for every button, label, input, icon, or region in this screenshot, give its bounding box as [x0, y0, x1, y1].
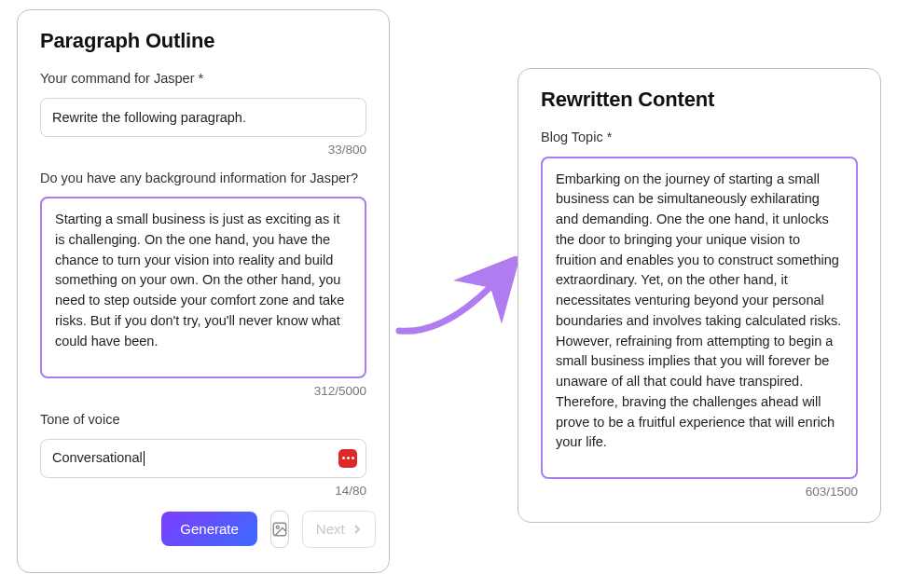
- rewritten-content-card: Rewritten Content Blog Topic * Embarking…: [518, 68, 881, 523]
- blog-topic-label: Blog Topic *: [541, 129, 858, 147]
- text-cursor: [144, 451, 145, 466]
- arrow-icon: [392, 256, 527, 349]
- blog-topic-counter: 603/1500: [541, 485, 858, 499]
- rewritten-content-title: Rewritten Content: [541, 88, 858, 112]
- generate-button[interactable]: Generate: [161, 512, 257, 546]
- paragraph-outline-card: Paragraph Outline Your command for Jaspe…: [17, 9, 390, 573]
- tone-counter: 14/80: [40, 484, 366, 498]
- tone-more-icon[interactable]: [338, 449, 357, 468]
- tone-label: Tone of voice: [40, 411, 366, 430]
- blog-topic-text: Embarking on the journey of starting a s…: [556, 171, 841, 450]
- svg-point-1: [276, 526, 279, 528]
- image-button[interactable]: [270, 511, 289, 548]
- image-icon: [271, 521, 288, 538]
- background-counter: 312/5000: [40, 384, 366, 398]
- next-button[interactable]: Next: [302, 511, 376, 548]
- blog-topic-textarea[interactable]: Embarking on the journey of starting a s…: [541, 157, 858, 479]
- tone-input[interactable]: Conversational: [40, 439, 366, 478]
- background-text: Starting a small business is just as exc…: [55, 212, 344, 349]
- paragraph-outline-title: Paragraph Outline: [40, 29, 366, 53]
- command-counter: 33/800: [40, 143, 366, 157]
- command-input[interactable]: [40, 98, 366, 137]
- tone-value: Conversational: [52, 448, 143, 468]
- next-label: Next: [316, 521, 345, 537]
- chevron-right-icon: [352, 524, 362, 535]
- background-label: Do you have any background information f…: [40, 170, 366, 188]
- command-label: Your command for Jasper *: [40, 70, 366, 89]
- background-textarea[interactable]: Starting a small business is just as exc…: [40, 197, 366, 378]
